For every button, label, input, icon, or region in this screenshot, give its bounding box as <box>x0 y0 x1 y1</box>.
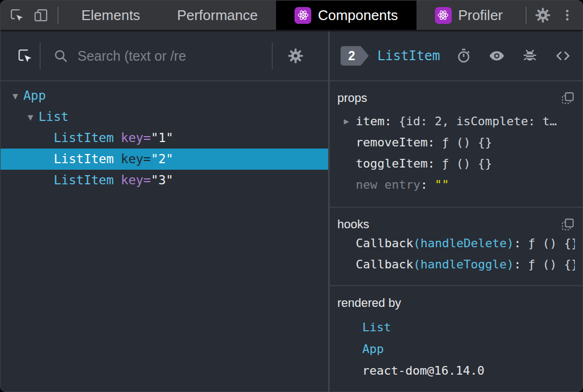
hook-value: ƒ () {} <box>528 258 575 271</box>
rendered-by-section: rendered by List App react-dom@16.14.0 <box>330 286 582 391</box>
devtools-settings-button[interactable] <box>531 1 555 30</box>
copy-props-button[interactable] <box>561 91 575 105</box>
component-inspector-panel: 2 ListItem <box>328 31 582 391</box>
react-logo-icon <box>435 7 452 24</box>
expander-icon[interactable]: ▼ <box>7 86 23 107</box>
bug-icon <box>522 48 538 64</box>
rendered-by-react-dom-version: react-dom@16.14.0 <box>337 360 575 382</box>
hooks-section-title: hooks <box>337 217 369 232</box>
selected-component-title: ListItem <box>377 48 440 63</box>
colon: : <box>427 136 434 149</box>
react-logo-icon <box>294 7 311 24</box>
inspect-dom-button[interactable] <box>488 47 505 65</box>
tab-label: Profiler <box>458 7 503 24</box>
prop-name: toggleItem <box>356 157 427 170</box>
owners-badge[interactable]: 2 <box>341 46 369 66</box>
component-name: ListItem <box>54 131 114 145</box>
search-area <box>41 48 272 64</box>
hook-name: (handleToggle) <box>413 258 514 271</box>
colon: : <box>420 178 427 191</box>
hook-type: Callback <box>356 236 413 250</box>
device-toolbar-button[interactable] <box>29 1 54 30</box>
colon: : <box>427 157 434 170</box>
prop-row-item[interactable]: ▶item:{id: 2, isComplete: t… <box>337 111 575 132</box>
key-value: "3" <box>151 173 174 187</box>
hook-row-handletoggle[interactable]: Callback(handleToggle):ƒ () {} <box>337 254 575 275</box>
hook-row-handledelete[interactable]: Callback(handleDelete):ƒ () {} <box>337 233 575 254</box>
component-tree: ▼App ▼List ListItemkey="1" ListItemkey="… <box>1 81 328 391</box>
suspense-toggle-button[interactable] <box>456 48 472 64</box>
copy-hooks-button[interactable] <box>561 217 575 232</box>
tab-label: Components <box>318 7 398 24</box>
devtools-topbar: Elements Performance Components <box>1 1 582 31</box>
rendered-by-list-link[interactable]: List <box>337 317 575 338</box>
inspector-toolbar: 2 ListItem <box>330 31 582 81</box>
rendered-by-app-link[interactable]: App <box>337 338 575 360</box>
gear-icon <box>534 7 552 24</box>
props-section: props ▶item:{id: 2, isComplete: t… <box>330 81 582 208</box>
tab-components[interactable]: Components <box>276 1 416 30</box>
hook-name: (handleDelete) <box>413 236 514 250</box>
search-input[interactable] <box>78 48 267 64</box>
tree-row-list[interactable]: ▼List <box>1 106 328 127</box>
inspect-cursor-icon <box>9 7 25 23</box>
copy-icon <box>561 91 575 105</box>
tree-row-listitem-1[interactable]: ListItemkey="1" <box>1 127 328 149</box>
tree-row-app[interactable]: ▼App <box>1 85 328 106</box>
tab-label: Elements <box>81 7 140 24</box>
component-tree-panel: ▼App ▼List ListItemkey="1" ListItemkey="… <box>1 31 328 391</box>
expander-icon[interactable]: ▶ <box>344 111 349 132</box>
copy-icon <box>561 217 575 232</box>
components-panel: ▼App ▼List ListItemkey="1" ListItemkey="… <box>1 31 582 391</box>
prop-value: {id: 2, isComplete: t… <box>399 114 556 128</box>
key-attribute: key= <box>121 152 151 166</box>
component-name: ListItem <box>54 152 114 166</box>
tree-row-listitem-2-selected[interactable]: ListItemkey="2" <box>1 149 328 170</box>
prop-name: item <box>356 114 385 128</box>
colon: : <box>385 114 392 128</box>
inspect-cursor-icon <box>16 47 34 65</box>
key-attribute: key= <box>121 173 151 187</box>
tab-elements[interactable]: Elements <box>63 1 158 30</box>
rendered-by-title: rendered by <box>337 296 401 310</box>
topbar-divider <box>526 7 527 24</box>
eye-icon <box>488 47 505 65</box>
prop-row-new-entry[interactable]: new entry:"" <box>337 174 575 195</box>
view-source-button[interactable] <box>554 47 572 65</box>
device-toolbar-icon <box>33 7 49 23</box>
gear-icon <box>287 47 304 65</box>
tree-row-listitem-3[interactable]: ListItemkey="3" <box>1 170 328 191</box>
prop-value: ƒ () {} <box>442 136 492 149</box>
log-component-button[interactable] <box>522 48 538 64</box>
prop-row-removeitem[interactable]: removeItem:ƒ () {} <box>337 132 575 153</box>
tab-label: Performance <box>177 7 258 24</box>
expander-icon[interactable]: ▼ <box>22 107 39 128</box>
select-component-button[interactable] <box>10 47 40 65</box>
tree-toolbar <box>1 31 328 81</box>
prop-row-toggleitem[interactable]: toggleItem:ƒ () {} <box>337 153 575 174</box>
hook-value: ƒ () {} <box>528 236 575 250</box>
hooks-section: hooks Callback(handleDelete):ƒ () {} <box>330 208 582 286</box>
search-icon <box>53 48 69 64</box>
props-section-title: props <box>337 91 367 105</box>
kebab-menu-icon <box>560 8 574 22</box>
key-value: "1" <box>151 131 174 145</box>
new-entry-value-field[interactable]: "" <box>434 178 449 191</box>
new-entry-name-field[interactable]: new entry <box>356 178 420 191</box>
colon: : <box>514 258 521 271</box>
hook-type: Callback <box>356 258 413 271</box>
key-attribute: key= <box>121 131 151 145</box>
tab-profiler[interactable]: Profiler <box>417 1 521 30</box>
code-brackets-icon <box>554 47 572 65</box>
tab-performance[interactable]: Performance <box>158 1 276 30</box>
key-value: "2" <box>151 152 174 166</box>
prop-name: removeItem <box>356 136 427 149</box>
component-name: ListItem <box>54 173 114 187</box>
devtools-menu-button[interactable] <box>555 1 579 30</box>
component-name: List <box>39 110 68 124</box>
tree-settings-button[interactable] <box>273 47 318 65</box>
devtools-window: Elements Performance Components <box>0 0 583 392</box>
topbar-divider <box>57 7 59 24</box>
inspect-element-button[interactable] <box>5 1 29 30</box>
owners-badge-arrow <box>361 46 369 66</box>
